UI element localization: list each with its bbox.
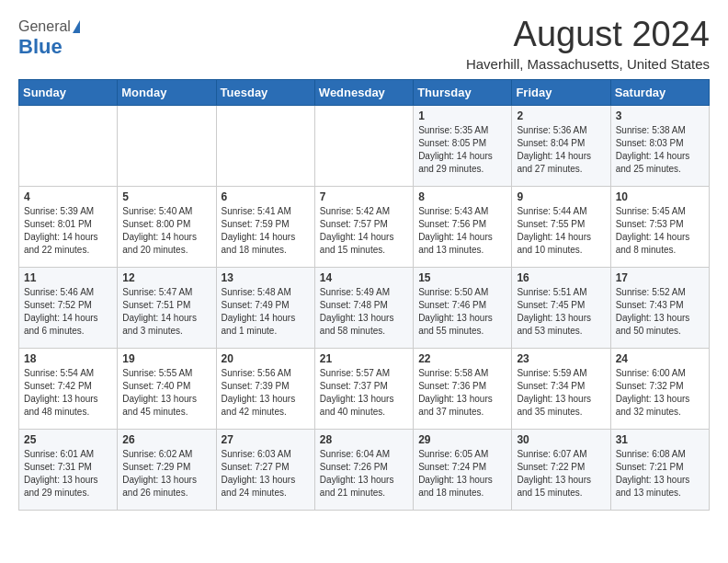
- day-number: 23: [517, 352, 605, 365]
- day-info: Sunrise: 5:51 AM Sunset: 7:45 PM Dayligh…: [517, 286, 605, 338]
- day-info: Sunrise: 6:03 AM Sunset: 7:27 PM Dayligh…: [222, 448, 310, 500]
- calendar-cell: 3Sunrise: 5:38 AM Sunset: 8:03 PM Daylig…: [610, 106, 709, 187]
- calendar-cell: 22Sunrise: 5:58 AM Sunset: 7:36 PM Dayli…: [414, 349, 512, 430]
- day-info: Sunrise: 5:54 AM Sunset: 7:42 PM Dayligh…: [24, 367, 112, 419]
- day-info: Sunrise: 5:58 AM Sunset: 7:36 PM Dayligh…: [418, 367, 506, 419]
- day-info: Sunrise: 5:39 AM Sunset: 8:01 PM Dayligh…: [24, 205, 112, 257]
- calendar-cell: 13Sunrise: 5:48 AM Sunset: 7:49 PM Dayli…: [216, 268, 314, 349]
- col-header-thursday: Thursday: [414, 80, 512, 106]
- day-number: 3: [616, 109, 704, 122]
- col-header-wednesday: Wednesday: [314, 80, 413, 106]
- day-info: Sunrise: 6:01 AM Sunset: 7:31 PM Dayligh…: [24, 448, 112, 500]
- day-number: 8: [418, 190, 506, 203]
- day-number: 7: [320, 190, 408, 203]
- calendar-cell: 14Sunrise: 5:49 AM Sunset: 7:48 PM Dayli…: [314, 268, 413, 349]
- day-number: 19: [122, 352, 210, 365]
- day-number: 22: [418, 352, 506, 365]
- day-info: Sunrise: 6:07 AM Sunset: 7:22 PM Dayligh…: [517, 448, 605, 500]
- day-number: 24: [616, 352, 704, 365]
- day-number: 1: [418, 109, 506, 122]
- day-info: Sunrise: 5:52 AM Sunset: 7:43 PM Dayligh…: [616, 286, 704, 338]
- day-info: Sunrise: 5:59 AM Sunset: 7:34 PM Dayligh…: [517, 367, 605, 419]
- day-info: Sunrise: 5:42 AM Sunset: 7:57 PM Dayligh…: [320, 205, 408, 257]
- col-header-sunday: Sunday: [19, 80, 118, 106]
- day-info: Sunrise: 5:40 AM Sunset: 8:00 PM Dayligh…: [122, 205, 210, 257]
- day-number: 11: [24, 271, 112, 284]
- day-info: Sunrise: 5:38 AM Sunset: 8:03 PM Dayligh…: [616, 124, 704, 176]
- calendar-cell: 7Sunrise: 5:42 AM Sunset: 7:57 PM Daylig…: [314, 187, 413, 268]
- day-number: 28: [320, 433, 408, 446]
- day-info: Sunrise: 5:47 AM Sunset: 7:51 PM Dayligh…: [122, 286, 210, 338]
- day-number: 25: [24, 433, 112, 446]
- calendar-cell: 8Sunrise: 5:43 AM Sunset: 7:56 PM Daylig…: [414, 187, 512, 268]
- calendar-cell: 9Sunrise: 5:44 AM Sunset: 7:55 PM Daylig…: [512, 187, 610, 268]
- day-info: Sunrise: 5:44 AM Sunset: 7:55 PM Dayligh…: [517, 205, 605, 257]
- logo-triangle-icon: [73, 20, 80, 33]
- calendar-cell: 17Sunrise: 5:52 AM Sunset: 7:43 PM Dayli…: [610, 268, 709, 349]
- day-number: 29: [418, 433, 506, 446]
- calendar-cell: 12Sunrise: 5:47 AM Sunset: 7:51 PM Dayli…: [118, 268, 216, 349]
- day-info: Sunrise: 5:48 AM Sunset: 7:49 PM Dayligh…: [222, 286, 310, 338]
- calendar-cell: 10Sunrise: 5:45 AM Sunset: 7:53 PM Dayli…: [610, 187, 709, 268]
- day-number: 12: [122, 271, 210, 284]
- day-number: 5: [122, 190, 210, 203]
- calendar-cell: 25Sunrise: 6:01 AM Sunset: 7:31 PM Dayli…: [19, 430, 118, 511]
- day-number: 15: [418, 271, 506, 284]
- day-number: 27: [222, 433, 310, 446]
- day-number: 30: [517, 433, 605, 446]
- calendar-cell: 23Sunrise: 5:59 AM Sunset: 7:34 PM Dayli…: [512, 349, 610, 430]
- calendar-week-2: 11Sunrise: 5:46 AM Sunset: 7:52 PM Dayli…: [19, 268, 710, 349]
- day-info: Sunrise: 5:49 AM Sunset: 7:48 PM Dayligh…: [320, 286, 408, 338]
- calendar-cell: 26Sunrise: 6:02 AM Sunset: 7:29 PM Dayli…: [118, 430, 216, 511]
- day-number: 10: [616, 190, 704, 203]
- calendar-cell: [216, 106, 314, 187]
- logo: General Blue: [18, 18, 80, 59]
- calendar-cell: 4Sunrise: 5:39 AM Sunset: 8:01 PM Daylig…: [19, 187, 118, 268]
- day-number: 2: [517, 109, 605, 122]
- day-number: 21: [320, 352, 408, 365]
- day-info: Sunrise: 6:02 AM Sunset: 7:29 PM Dayligh…: [122, 448, 210, 500]
- calendar-cell: [314, 106, 413, 187]
- day-info: Sunrise: 5:45 AM Sunset: 7:53 PM Dayligh…: [616, 205, 704, 257]
- calendar-cell: [19, 106, 118, 187]
- calendar-cell: 29Sunrise: 6:05 AM Sunset: 7:24 PM Dayli…: [414, 430, 512, 511]
- col-header-saturday: Saturday: [610, 80, 709, 106]
- day-info: Sunrise: 6:04 AM Sunset: 7:26 PM Dayligh…: [320, 448, 408, 500]
- day-info: Sunrise: 6:00 AM Sunset: 7:32 PM Dayligh…: [616, 367, 704, 419]
- calendar-header-row: SundayMondayTuesdayWednesdayThursdayFrid…: [19, 80, 710, 106]
- day-number: 6: [222, 190, 310, 203]
- day-info: Sunrise: 5:41 AM Sunset: 7:59 PM Dayligh…: [222, 205, 310, 257]
- col-header-monday: Monday: [118, 80, 216, 106]
- title-section: August 2024 Haverhill, Massachusetts, Un…: [466, 15, 710, 72]
- day-info: Sunrise: 5:35 AM Sunset: 8:05 PM Dayligh…: [418, 124, 506, 176]
- day-number: 13: [222, 271, 310, 284]
- calendar-cell: 11Sunrise: 5:46 AM Sunset: 7:52 PM Dayli…: [19, 268, 118, 349]
- day-info: Sunrise: 5:36 AM Sunset: 8:04 PM Dayligh…: [517, 124, 605, 176]
- day-info: Sunrise: 5:46 AM Sunset: 7:52 PM Dayligh…: [24, 286, 112, 338]
- calendar-cell: 18Sunrise: 5:54 AM Sunset: 7:42 PM Dayli…: [19, 349, 118, 430]
- calendar-cell: [118, 106, 216, 187]
- day-number: 31: [616, 433, 704, 446]
- day-number: 14: [320, 271, 408, 284]
- calendar-week-1: 4Sunrise: 5:39 AM Sunset: 8:01 PM Daylig…: [19, 187, 710, 268]
- calendar-cell: 24Sunrise: 6:00 AM Sunset: 7:32 PM Dayli…: [610, 349, 709, 430]
- calendar-cell: 1Sunrise: 5:35 AM Sunset: 8:05 PM Daylig…: [414, 106, 512, 187]
- calendar-cell: 21Sunrise: 5:57 AM Sunset: 7:37 PM Dayli…: [314, 349, 413, 430]
- calendar-cell: 6Sunrise: 5:41 AM Sunset: 7:59 PM Daylig…: [216, 187, 314, 268]
- calendar-table: SundayMondayTuesdayWednesdayThursdayFrid…: [18, 79, 710, 511]
- calendar-week-4: 25Sunrise: 6:01 AM Sunset: 7:31 PM Dayli…: [19, 430, 710, 511]
- calendar-cell: 16Sunrise: 5:51 AM Sunset: 7:45 PM Dayli…: [512, 268, 610, 349]
- calendar-week-0: 1Sunrise: 5:35 AM Sunset: 8:05 PM Daylig…: [19, 106, 710, 187]
- logo-blue-text: Blue: [18, 35, 63, 58]
- calendar-cell: 30Sunrise: 6:07 AM Sunset: 7:22 PM Dayli…: [512, 430, 610, 511]
- day-info: Sunrise: 6:08 AM Sunset: 7:21 PM Dayligh…: [616, 448, 704, 500]
- day-info: Sunrise: 5:57 AM Sunset: 7:37 PM Dayligh…: [320, 367, 408, 419]
- calendar-cell: 28Sunrise: 6:04 AM Sunset: 7:26 PM Dayli…: [314, 430, 413, 511]
- day-number: 9: [517, 190, 605, 203]
- day-number: 26: [122, 433, 210, 446]
- calendar-cell: 5Sunrise: 5:40 AM Sunset: 8:00 PM Daylig…: [118, 187, 216, 268]
- day-number: 4: [24, 190, 112, 203]
- day-info: Sunrise: 6:05 AM Sunset: 7:24 PM Dayligh…: [418, 448, 506, 500]
- day-info: Sunrise: 5:50 AM Sunset: 7:46 PM Dayligh…: [418, 286, 506, 338]
- page-header: General Blue August 2024 Haverhill, Mass…: [18, 15, 710, 72]
